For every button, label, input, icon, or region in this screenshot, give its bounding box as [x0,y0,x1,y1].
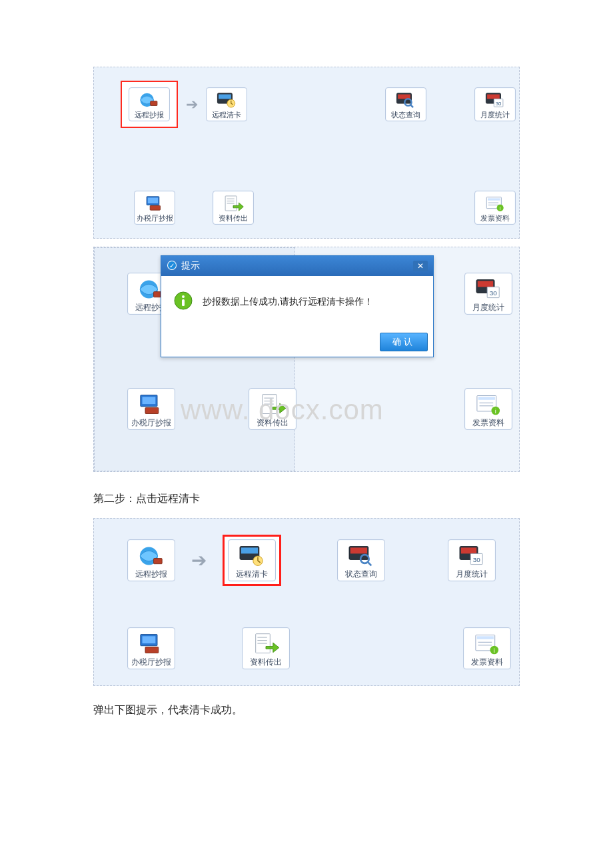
hall-report-button[interactable]: 办税厅抄报 [134,191,175,225]
alert-dialog: ✓ 提示 ✕ 抄报数据上传成功,请执行远程清卡操作！ 确认 [161,255,434,357]
dialog-body: 抄报数据上传成功,请执行远程清卡操作！ [161,276,433,331]
svg-text:✓: ✓ [169,262,175,269]
calendar-30-icon: 30 [457,544,486,568]
form-info-icon: i [474,393,503,417]
dialog-message: 抄报数据上传成功,请执行远程清卡操作！ [203,296,373,308]
svg-rect-52 [154,559,163,564]
svg-text:i: i [500,205,501,211]
label: 发票资料 [471,658,503,666]
label: 资料传出 [250,658,282,666]
row: 办税厅抄报 资料传出 [121,191,516,225]
svg-text:i: i [494,647,495,654]
svg-text:i: i [495,408,496,415]
svg-rect-21 [488,198,500,200]
svg-text:30: 30 [490,289,497,297]
dialog-close-button[interactable]: ✕ [413,261,428,271]
invoice-data-button-3[interactable]: i 发票资料 [463,627,511,669]
label: 办税厅抄报 [137,215,173,222]
label: 远程抄报 [135,111,164,119]
svg-rect-14 [148,198,158,204]
pc-icon [137,632,166,656]
svg-point-49 [182,295,185,298]
dialog-titlebar: ✓ 提示 ✕ [161,256,433,276]
form-info-icon: i [484,194,506,213]
label: 资料传出 [257,419,289,427]
label: 状态查询 [345,570,377,578]
pc-icon [137,393,166,417]
svg-rect-50 [182,299,185,306]
invoice-data-button-bg[interactable]: i 发票资料 [464,388,512,430]
label: 月度统计 [456,570,488,578]
export-data-button-3[interactable]: 资料传出 [242,627,290,669]
svg-rect-1 [151,101,157,106]
highlight-remote-clear: 远程清卡 [223,535,281,586]
pc-icon [143,194,166,213]
svg-rect-65 [143,636,156,643]
row: 办税厅抄报 资料传出 [127,627,511,669]
label: 资料传出 [219,215,248,222]
step2-text: 第二步：点击远程清卡 [93,492,520,506]
svg-line-59 [368,562,371,565]
svg-rect-54 [241,547,258,553]
label: 远程清卡 [236,570,268,578]
svg-rect-33 [143,397,156,404]
svg-rect-29 [478,281,493,287]
dialog-footer: 确认 [161,331,433,357]
toolbar-panel-1: 远程抄报 ➔ 远程清卡 [93,67,520,239]
doc-arrow-icon [251,632,281,656]
monthly-stats-button-3[interactable]: 30 月度统计 [448,539,496,581]
label: 办税厅抄报 [131,419,171,427]
doc-arrow-icon [258,393,287,417]
success-hint-text: 弹出下图提示，代表清卡成功。 [93,703,520,717]
label: 发票资料 [480,215,510,222]
remote-clear-button[interactable]: 远程清卡 [206,87,247,121]
confirm-button[interactable]: 确认 [380,333,428,351]
remote-report-button[interactable]: 远程抄报 [129,87,170,121]
monitor-clock-icon [215,91,238,109]
label: 状态查询 [391,111,420,119]
svg-line-8 [410,105,413,107]
svg-rect-57 [350,547,367,553]
globe-icon [137,544,166,568]
info-badge-icon: ✓ [167,260,177,273]
status-query-button-3[interactable]: 状态查询 [337,539,385,581]
remote-clear-button-3[interactable]: 远程清卡 [228,539,276,581]
magnifier-icon [346,544,376,568]
svg-text:30: 30 [473,556,480,563]
remote-report-button-3[interactable]: 远程抄报 [127,539,175,581]
info-icon [173,291,193,313]
calendar-30-icon: 30 [474,277,503,301]
form-info-icon: i [472,632,502,656]
arrow-right-icon: ➔ [185,96,199,113]
toolbar-panel-with-dialog: 远程抄报 30 月度统计 [93,247,520,472]
svg-rect-40 [478,397,495,400]
label: 月度统计 [480,111,510,119]
globe-icon [138,91,161,109]
monthly-stats-button[interactable]: 30 月度统计 [474,87,516,121]
hall-report-button-bg[interactable]: 办税厅抄报 [127,388,175,430]
row: 办税厅抄报 资料传出 [127,388,512,430]
label: 发票资料 [472,419,504,427]
monthly-stats-button-bg[interactable]: 30 月度统计 [464,273,512,315]
label: 办税厅抄报 [131,658,171,666]
export-data-button-bg[interactable]: 资料传出 [249,388,297,430]
export-data-button[interactable]: 资料传出 [213,191,254,225]
svg-rect-61 [461,547,476,553]
svg-rect-15 [150,205,160,210]
svg-text:30: 30 [496,101,502,107]
svg-rect-72 [477,636,494,639]
row: 远程抄报 ➔ 远程清卡 [127,535,511,586]
svg-rect-3 [219,95,231,99]
label: 远程清卡 [212,111,241,119]
hall-report-button-3[interactable]: 办税厅抄报 [127,627,175,669]
label: 月度统计 [472,303,504,311]
calendar-30-icon: 30 [484,91,506,109]
highlight-remote-report: 远程抄报 [121,81,178,128]
status-query-button[interactable]: 状态查询 [385,87,426,121]
doc-arrow-icon [222,194,245,213]
svg-rect-34 [145,408,159,414]
arrow-right-icon: ➔ [190,549,208,571]
invoice-data-button[interactable]: i 发票资料 [474,191,516,225]
svg-rect-66 [145,647,159,653]
svg-rect-10 [487,95,500,99]
